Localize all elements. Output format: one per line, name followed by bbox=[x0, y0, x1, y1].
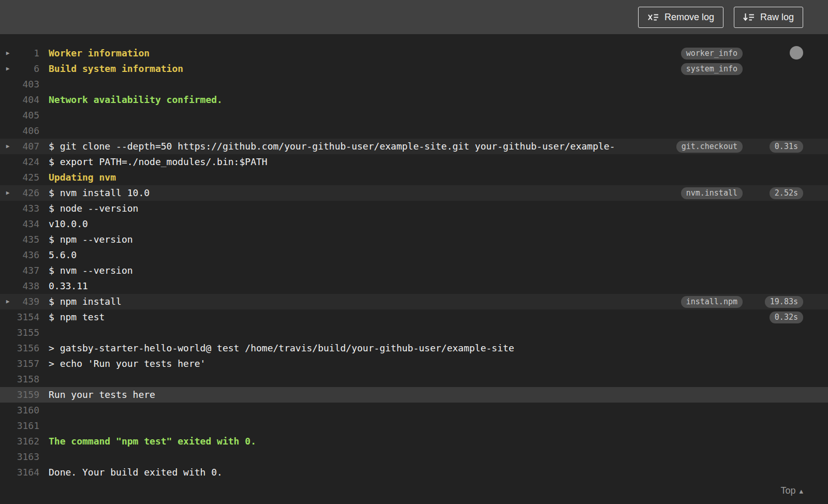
log-body: ▶ 1 Worker information worker_info ▶ 6 B… bbox=[0, 46, 828, 480]
fold-toggle-icon[interactable]: ▶ bbox=[0, 185, 16, 201]
log-line-text: 5.6.0 bbox=[49, 247, 77, 263]
log-line: 424 $ export PATH=./node_modules/.bin:$P… bbox=[0, 154, 828, 170]
log-line-text: v10.0.0 bbox=[49, 216, 88, 232]
log-line: 425 Updating nvm bbox=[0, 170, 828, 185]
duration-badge: 0.31s bbox=[770, 141, 803, 153]
fold-badge-slot: worker_info bbox=[681, 48, 743, 60]
log-line: 434 v10.0.0 bbox=[0, 216, 828, 232]
fold-toggle-icon[interactable]: ▶ bbox=[0, 61, 16, 77]
fold-name-badge: git.checkout bbox=[676, 141, 743, 153]
log-line-text: 0.33.11 bbox=[49, 278, 88, 294]
log-line: 3164 Done. Your build exited with 0. bbox=[0, 465, 828, 480]
line-number-link[interactable]: 437 bbox=[16, 263, 39, 278]
line-number-link[interactable]: 425 bbox=[16, 170, 39, 185]
remove-log-button[interactable]: Remove log bbox=[638, 7, 723, 28]
log-line-text: > gatsby-starter-hello-world@ test /home… bbox=[49, 340, 514, 356]
log-line-text: > echo 'Run your tests here' bbox=[49, 356, 205, 372]
log-line: ▶ 1 Worker information worker_info bbox=[0, 46, 828, 61]
line-number-link[interactable]: 405 bbox=[16, 108, 39, 123]
line-number-link[interactable]: 3154 bbox=[16, 309, 39, 325]
fold-name-badge: worker_info bbox=[681, 48, 743, 60]
line-number-link[interactable]: 3164 bbox=[16, 465, 39, 480]
log-line-text: Done. Your build exited with 0. bbox=[49, 465, 223, 480]
line-number-link[interactable]: 3156 bbox=[16, 340, 39, 356]
line-number-link[interactable]: 6 bbox=[16, 61, 39, 77]
log-line-text: $ npm install bbox=[49, 294, 122, 309]
fold-badge-slot: nvm.install bbox=[681, 187, 743, 199]
top-label: Top bbox=[780, 485, 795, 496]
line-number-link[interactable]: 3159 bbox=[16, 387, 39, 403]
line-number-link[interactable]: 435 bbox=[16, 232, 39, 247]
raw-log-button[interactable]: Raw log bbox=[734, 7, 803, 28]
log-line: 437 $ nvm --version bbox=[0, 263, 828, 278]
log-line-text: $ node --version bbox=[49, 201, 138, 216]
line-number-link[interactable]: 3160 bbox=[16, 403, 39, 418]
remove-log-icon bbox=[647, 13, 659, 22]
raw-log-label: Raw log bbox=[760, 12, 794, 23]
log-line: 436 5.6.0 bbox=[0, 247, 828, 263]
duration-badge: 2.52s bbox=[770, 187, 803, 199]
line-number-link[interactable]: 3158 bbox=[16, 372, 39, 387]
log-line-text: Run your tests here bbox=[49, 387, 155, 403]
scroll-to-top-link[interactable]: Top ▴ bbox=[780, 485, 803, 496]
log-line: 3161 bbox=[0, 418, 828, 434]
log-line: 435 $ npm --version bbox=[0, 232, 828, 247]
log-line-text: Build system information bbox=[49, 61, 183, 77]
line-number-link[interactable]: 3162 bbox=[16, 434, 39, 449]
line-number-link[interactable]: 1 bbox=[16, 46, 39, 61]
fold-name-badge: system_info bbox=[681, 63, 743, 75]
line-number-link[interactable]: 403 bbox=[16, 77, 39, 92]
line-number-link[interactable]: 436 bbox=[16, 247, 39, 263]
line-number-link[interactable]: 3163 bbox=[16, 449, 39, 465]
log-line: ▶ 407 $ git clone --depth=50 https://git… bbox=[0, 139, 828, 154]
toolbar: Remove log Raw log bbox=[0, 0, 828, 34]
fold-toggle-icon[interactable]: ▶ bbox=[0, 139, 16, 154]
log-line: 406 bbox=[0, 123, 828, 139]
log-line: 3154 $ npm test 0.32s bbox=[0, 309, 828, 325]
line-number-link[interactable]: 3157 bbox=[16, 356, 39, 372]
log-line: 3157 > echo 'Run your tests here' bbox=[0, 356, 828, 372]
log-line-text: $ export PATH=./node_modules/.bin:$PATH bbox=[49, 154, 268, 170]
line-number-link[interactable]: 439 bbox=[16, 294, 39, 309]
log-line-text: Updating nvm bbox=[49, 170, 116, 185]
fold-toggle-icon[interactable]: ▶ bbox=[0, 46, 16, 61]
top-arrow-icon: ▴ bbox=[799, 486, 803, 496]
duration-slot: 19.83s bbox=[760, 296, 803, 308]
log-line: 3155 bbox=[0, 325, 828, 340]
log-line: 438 0.33.11 bbox=[0, 278, 828, 294]
log-line-text: $ nvm --version bbox=[49, 263, 133, 278]
line-number-link[interactable]: 426 bbox=[16, 185, 39, 201]
duration-slot: 2.52s bbox=[760, 187, 803, 199]
fold-badge-slot: install.npm bbox=[681, 296, 743, 308]
log-line: 3156 > gatsby-starter-hello-world@ test … bbox=[0, 340, 828, 356]
fold-name-badge: nvm.install bbox=[681, 187, 743, 199]
log-line: 403 bbox=[0, 77, 828, 92]
line-number-link[interactable]: 407 bbox=[16, 139, 39, 154]
log-line-text: $ npm test bbox=[49, 309, 105, 325]
raw-log-icon bbox=[743, 13, 755, 22]
remove-log-label: Remove log bbox=[664, 12, 714, 23]
scroll-indicator[interactable] bbox=[790, 46, 803, 60]
line-number-link[interactable]: 404 bbox=[16, 92, 39, 108]
log-line: 3162 The command "npm test" exited with … bbox=[0, 434, 828, 449]
fold-badge-slot: system_info bbox=[681, 63, 743, 75]
log-line: 3159 Run your tests here bbox=[0, 387, 828, 403]
line-number-link[interactable]: 434 bbox=[16, 216, 39, 232]
line-number-link[interactable]: 406 bbox=[16, 123, 39, 139]
fold-toggle-icon[interactable]: ▶ bbox=[0, 294, 16, 309]
fold-badge-slot: git.checkout bbox=[676, 141, 743, 153]
log-line: 433 $ node --version bbox=[0, 201, 828, 216]
log-line: 3163 bbox=[0, 449, 828, 465]
log-line: ▶ 6 Build system information system_info bbox=[0, 61, 828, 77]
duration-badge: 0.32s bbox=[770, 312, 803, 323]
line-number-link[interactable]: 433 bbox=[16, 201, 39, 216]
log-line-text: Worker information bbox=[49, 46, 150, 61]
line-number-link[interactable]: 3155 bbox=[16, 325, 39, 340]
log-line: 3160 bbox=[0, 403, 828, 418]
log-line-text: The command "npm test" exited with 0. bbox=[49, 434, 256, 449]
line-number-link[interactable]: 424 bbox=[16, 154, 39, 170]
log-line-text: Network availability confirmed. bbox=[49, 92, 223, 108]
line-number-link[interactable]: 438 bbox=[16, 278, 39, 294]
line-number-link[interactable]: 3161 bbox=[16, 418, 39, 434]
duration-badge: 19.83s bbox=[765, 296, 803, 308]
